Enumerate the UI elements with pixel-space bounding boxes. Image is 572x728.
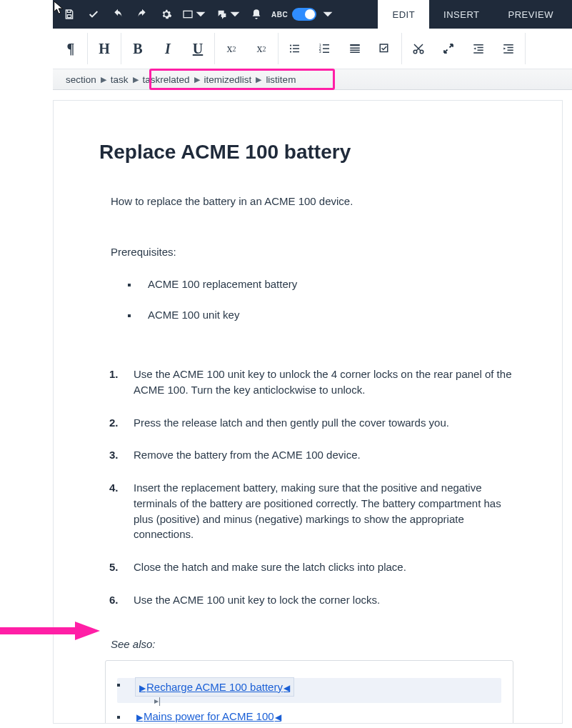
italic-button[interactable]: I [153,33,183,64]
svg-text:3: 3 [319,49,321,54]
list-item[interactable]: Press the release latch and then gently … [109,415,516,431]
subscript-button[interactable]: x2 [246,33,276,64]
list-item[interactable]: Use the ACME 100 unit key to unlock the … [109,367,516,398]
svg-rect-17 [350,52,360,54]
spellcheck-toggle[interactable]: ABC [269,0,336,29]
svg-rect-9 [323,44,329,46]
svg-rect-22 [478,47,483,49]
chevron-right-icon: ▶ [256,75,261,84]
link-text: Mains power for ACME 100 [144,710,274,722]
svg-rect-0 [67,15,71,18]
list-item[interactable]: ▶Recharge ACME 100 battery◀ ▸| [117,678,501,703]
tab-insert[interactable]: INSERT [429,0,493,29]
mode-tabs: EDIT INSERT PREVIEW [378,0,568,29]
chevron-right-icon: ▶ [133,75,139,84]
crumb-listitem[interactable]: listitem [266,74,296,85]
svg-point-6 [290,51,291,52]
crumb-itemizedlist[interactable]: itemizedlist [204,74,252,85]
svg-point-4 [290,48,291,49]
seealso-heading[interactable]: See also: [111,638,516,650]
chevron-right-icon: ▶ [101,75,106,84]
svg-rect-21 [473,44,483,46]
svg-rect-26 [508,47,513,49]
document-editor[interactable]: Replace ACME 100 battery How to replace … [53,100,563,724]
checklist-button[interactable] [370,33,400,64]
svg-point-2 [290,44,291,46]
redo-button[interactable] [130,0,154,29]
svg-rect-24 [473,52,483,54]
chevron-right-icon: ▶ [194,75,200,84]
svg-rect-27 [508,50,513,51]
svg-rect-14 [350,44,360,46]
seealso-box[interactable]: ▶Recharge ACME 100 battery◀ ▸| ▶Mains po… [105,660,513,724]
triangle-left-icon: ▶ [139,683,146,693]
paragraph-button[interactable]: ¶ [56,33,86,64]
link-text: Recharge ACME 100 battery [146,681,283,693]
outdent-button[interactable] [463,33,493,64]
list-item[interactable]: Close the hatch and make sure the latch … [109,559,516,575]
bold-button[interactable]: B [123,33,153,64]
save-button[interactable] [57,0,81,29]
breadcrumb: section ▶ task ▶ taskrelated ▶ itemizedl… [53,69,572,90]
svg-rect-16 [350,50,360,51]
svg-rect-11 [323,48,329,49]
list-item[interactable]: Remove the battery from the ACME 100 dev… [109,447,516,463]
bullet-list-button[interactable] [280,33,310,64]
undo-button[interactable] [106,0,130,29]
seealso-link[interactable]: ▶Mains power for ACME 100◀ [136,710,282,722]
prereq-heading[interactable]: Prerequisites: [111,246,516,258]
triangle-left-icon: ▶ [136,712,144,722]
notifications-button[interactable] [244,0,269,29]
toggle-switch[interactable] [292,8,316,21]
crumb-taskrelated[interactable]: taskrelated [143,74,190,85]
layout-dropdown[interactable] [179,0,210,29]
cursor-indicator: ▸| [154,696,501,703]
intro-paragraph[interactable]: How to replace the battery in an ACME 10… [111,195,516,207]
seealso-link[interactable]: ▶Recharge ACME 100 battery◀ [136,678,293,696]
underline-button[interactable]: U [183,33,213,64]
svg-rect-23 [478,50,483,51]
svg-rect-5 [293,48,299,49]
settings-button[interactable] [154,0,179,29]
collapse-button[interactable] [433,33,463,64]
svg-rect-3 [293,45,299,46]
ordered-list-button[interactable]: 123 [310,33,340,64]
definition-list-button[interactable] [340,33,370,64]
tab-edit[interactable]: EDIT [378,0,429,29]
list-item[interactable]: Use the ACME 100 unit key to lock the co… [109,592,516,608]
svg-rect-13 [323,52,329,54]
tab-preview[interactable]: PREVIEW [494,0,568,29]
list-item[interactable]: ▶Mains power for ACME 100◀ [117,710,501,722]
crumb-section[interactable]: section [66,74,96,85]
comments-dropdown[interactable] [213,0,244,29]
svg-rect-25 [503,44,513,46]
superscript-button[interactable]: x2 [216,33,246,64]
list-item[interactable]: Insert the replacement battery, making s… [109,480,516,542]
steps-list[interactable]: Use the ACME 100 unit key to unlock the … [109,367,516,608]
check-button[interactable] [81,0,106,29]
spellcheck-label: ABC [271,11,288,19]
triangle-right-icon: ◀ [274,712,282,722]
page-title[interactable]: Replace ACME 100 battery [99,141,516,164]
cut-button[interactable] [403,33,433,64]
svg-rect-1 [184,11,192,17]
svg-rect-18 [380,44,388,52]
topbar: ABC EDIT INSERT PREVIEW [53,0,572,29]
left-gutter [0,0,53,728]
prereq-list[interactable]: ACME 100 replacement battery ACME 100 un… [128,278,516,321]
svg-rect-15 [350,48,360,49]
crumb-task[interactable]: task [111,74,129,85]
format-toolbar: ¶ H B I U x2 x2 123 [53,29,572,69]
list-item[interactable]: ACME 100 replacement battery [128,278,516,290]
indent-button[interactable] [493,33,523,64]
list-item[interactable]: ACME 100 unit key [128,309,516,321]
svg-rect-28 [503,52,513,54]
svg-rect-7 [293,51,299,53]
triangle-right-icon: ◀ [283,683,291,693]
heading-button[interactable]: H [89,33,119,64]
